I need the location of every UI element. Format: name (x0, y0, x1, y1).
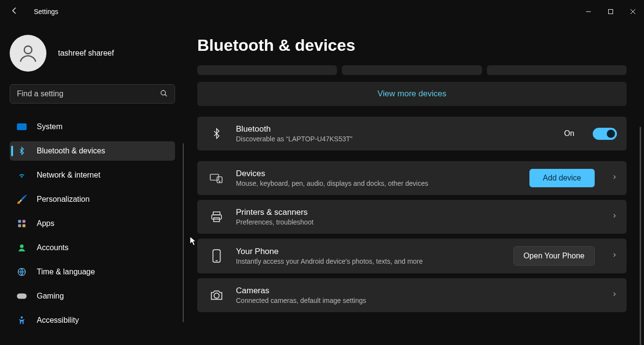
devices-title: Devices (236, 169, 518, 179)
app-title: Settings (34, 8, 59, 15)
svg-point-17 (219, 181, 220, 182)
bluetooth-card: Bluetooth Discoverable as “LAPTOP-U47KS5… (197, 117, 627, 150)
sidebar-item-network-internet[interactable]: Network & internet (10, 165, 175, 185)
sidebar-item-label: Bluetooth & devices (37, 147, 105, 155)
devices-card[interactable]: Devices Mouse, keyboard, pen, audio, dis… (197, 161, 627, 195)
sidebar-item-accessibility[interactable]: Accessibility (10, 311, 175, 330)
svg-point-23 (214, 293, 220, 299)
phone-icon (209, 249, 224, 263)
your-phone-title: Your Phone (236, 247, 502, 256)
sidebar-item-label: Apps (37, 219, 54, 228)
titlebar: Settings (0, 0, 644, 23)
account-icon (16, 242, 27, 253)
accessibility-icon (16, 315, 27, 326)
svg-rect-13 (17, 294, 27, 299)
search-field[interactable] (17, 90, 168, 98)
view-more-label: View more devices (378, 89, 446, 99)
minimize-button[interactable] (577, 0, 600, 23)
add-device-button[interactable]: Add device (529, 169, 595, 187)
sidebar-item-label: Accounts (37, 243, 69, 252)
device-tile-placeholder[interactable] (197, 65, 337, 75)
svg-rect-1 (609, 10, 613, 14)
printers-title: Printers & scanners (236, 208, 595, 217)
sidebar: tashreef shareef System Bluetooth & devi… (0, 23, 184, 345)
device-tile-placeholder[interactable] (487, 65, 627, 75)
svg-rect-19 (212, 215, 221, 219)
cameras-title: Cameras (236, 286, 595, 296)
your-phone-card[interactable]: Your Phone Instantly access your Android… (197, 239, 627, 273)
avatar (10, 35, 46, 72)
svg-point-4 (24, 46, 32, 54)
camera-icon (209, 290, 224, 300)
sidebar-item-label: Network & internet (37, 171, 101, 180)
chevron-right-icon (606, 251, 617, 261)
search-icon (160, 90, 168, 99)
svg-rect-20 (214, 218, 220, 222)
sidebar-item-accounts[interactable]: Accounts (10, 238, 175, 257)
search-input[interactable] (10, 84, 175, 104)
page-title: Bluetooth & devices (197, 36, 627, 55)
chevron-right-icon (606, 290, 617, 300)
sidebar-item-apps[interactable]: Apps (10, 214, 175, 233)
wifi-icon (16, 170, 27, 180)
sidebar-item-label: Personalization (37, 195, 89, 204)
your-phone-subtitle: Instantly access your Android device's p… (236, 257, 502, 265)
device-tiles-row (197, 65, 627, 75)
chevron-right-icon (606, 212, 617, 222)
devices-icon (209, 172, 224, 184)
device-tile-placeholder[interactable] (342, 65, 482, 75)
chevron-right-icon (606, 173, 617, 183)
back-button[interactable] (5, 6, 24, 17)
user-name: tashreef shareef (58, 49, 114, 58)
bluetooth-title: Bluetooth (236, 124, 553, 134)
monitor-icon (16, 121, 27, 132)
printers-scanners-card[interactable]: Printers & scanners Preferences, trouble… (197, 200, 627, 234)
bluetooth-toggle[interactable] (593, 128, 617, 140)
cameras-subtitle: Connected cameras, default image setting… (236, 297, 595, 304)
user-block[interactable]: tashreef shareef (10, 35, 175, 72)
svg-rect-10 (23, 225, 26, 227)
globe-clock-icon (16, 267, 27, 277)
bluetooth-subtitle: Discoverable as “LAPTOP-U47KS53T” (236, 135, 553, 143)
sidebar-item-personalization[interactable]: 🖌️ Personalization (10, 190, 175, 209)
svg-point-5 (161, 90, 165, 95)
gamepad-icon (16, 291, 27, 301)
printer-icon (209, 211, 224, 223)
svg-point-14 (21, 316, 23, 319)
devices-subtitle: Mouse, keyboard, pen, audio, displays an… (236, 180, 518, 187)
bluetooth-state-label: On (564, 129, 574, 138)
svg-rect-8 (23, 220, 26, 223)
sidebar-item-gaming[interactable]: Gaming (10, 286, 175, 306)
cameras-card[interactable]: Cameras Connected cameras, default image… (197, 278, 627, 312)
svg-rect-7 (18, 220, 21, 223)
sidebar-nav: System Bluetooth & devices Network & int… (10, 117, 175, 330)
apps-icon (16, 218, 27, 229)
sidebar-item-label: System (37, 122, 62, 131)
sidebar-item-bluetooth-devices[interactable]: Bluetooth & devices (10, 141, 175, 161)
content: Bluetooth & devices View more devices Bl… (184, 23, 644, 345)
svg-point-11 (20, 244, 24, 248)
open-your-phone-button[interactable]: Open Your Phone (513, 246, 595, 266)
bluetooth-icon (16, 146, 27, 156)
view-more-devices-button[interactable]: View more devices (197, 82, 627, 106)
sidebar-item-label: Time & language (37, 268, 95, 276)
toggle-knob (607, 130, 615, 138)
sidebar-item-label: Gaming (37, 292, 64, 300)
svg-rect-18 (213, 212, 220, 215)
sidebar-item-time-language[interactable]: Time & language (10, 262, 175, 282)
window-controls (577, 0, 644, 23)
svg-line-6 (165, 94, 167, 96)
printers-subtitle: Preferences, troubleshoot (236, 218, 595, 226)
sidebar-item-system[interactable]: System (10, 117, 175, 136)
close-button[interactable] (622, 0, 644, 23)
svg-rect-9 (18, 225, 21, 227)
maximize-button[interactable] (600, 0, 622, 23)
content-scrollbar[interactable] (640, 127, 641, 345)
bluetooth-icon (209, 127, 224, 140)
sidebar-item-label: Accessibility (37, 316, 79, 325)
paintbrush-icon: 🖌️ (16, 194, 27, 205)
